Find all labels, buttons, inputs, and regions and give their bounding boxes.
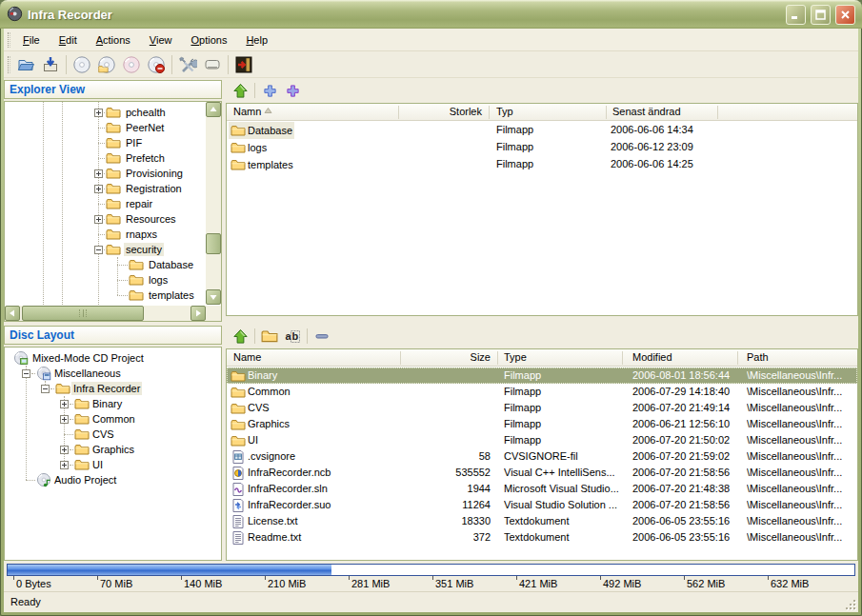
up-level-button[interactable] — [229, 327, 251, 346]
record-disc-button[interactable] — [70, 53, 94, 76]
collapse-icon[interactable] — [94, 246, 103, 254]
column-separator[interactable] — [400, 351, 401, 365]
expand-icon[interactable] — [94, 169, 103, 178]
explorer-item-templates[interactable]: templates — [5, 288, 206, 303]
disc-item-mixed-mode-cd-project[interactable]: Mixed-Mode CD Project — [5, 350, 221, 366]
open-project-button[interactable] — [13, 53, 38, 76]
disc-item-graphics[interactable]: Graphics — [5, 442, 221, 457]
expand-icon[interactable] — [94, 109, 103, 117]
column-separator[interactable] — [497, 351, 498, 365]
column-separator[interactable] — [398, 106, 399, 119]
disc-item-common[interactable]: Common — [5, 411, 221, 427]
device-button[interactable] — [200, 53, 225, 76]
tools-button[interactable] — [175, 53, 200, 76]
scroll-down-icon[interactable] — [206, 289, 221, 305]
explorer-hscroll-thumb[interactable] — [22, 306, 144, 321]
minimize-button[interactable] — [786, 5, 806, 25]
save-project-button[interactable] — [38, 53, 63, 76]
column-separator[interactable] — [622, 351, 623, 365]
resize-grip[interactable] — [843, 597, 855, 609]
menu-actions[interactable]: Actions — [87, 30, 140, 50]
expand-icon[interactable] — [60, 400, 69, 408]
file-row-infrarecorder-suo[interactable]: InfraRecorder.suo11264Visual Studio Solu… — [227, 497, 857, 513]
add-up-button[interactable] — [229, 81, 251, 100]
explorer-item-rnapxs[interactable]: rnapxs — [5, 227, 206, 242]
exit-button[interactable] — [231, 53, 256, 76]
file-row-common[interactable]: CommonFilmapp2006-07-29 14:18:40\Miscell… — [227, 384, 857, 400]
disc-item-audio-project[interactable]: Audio Project — [5, 472, 221, 487]
disc-item-ui[interactable]: UI — [5, 457, 221, 472]
file-row-binary[interactable]: BinaryFilmapp2006-08-01 18:56:44\Miscell… — [227, 368, 857, 384]
file-row-infrarecorder-ncb[interactable]: InfraRecorder.ncb535552Visual C++ Intell… — [227, 465, 857, 481]
explorer-item-registration[interactable]: Registration — [5, 181, 206, 196]
menubar-grip[interactable] — [8, 32, 10, 48]
explorer-item-peernet[interactable]: PeerNet — [5, 120, 206, 135]
maximize-button[interactable] — [811, 5, 831, 25]
scroll-up-icon[interactable] — [206, 102, 221, 117]
file-row-graphics[interactable]: GraphicsFilmapp2006-06-21 12:56:10\Misce… — [227, 416, 857, 432]
erase-disc-button[interactable] — [144, 53, 169, 76]
toolbar-grip[interactable] — [8, 56, 10, 73]
disc-item-miscellaneous[interactable]: Miscellaneous — [5, 366, 221, 381]
copy-disc-button[interactable] — [119, 53, 144, 76]
menu-edit[interactable]: Edit — [50, 30, 87, 50]
explorer-item-resources[interactable]: Resources — [5, 211, 206, 227]
expand-icon[interactable] — [94, 185, 103, 193]
menu-options[interactable]: Options — [181, 30, 236, 50]
collapse-icon[interactable] — [41, 385, 50, 393]
file-row-license-txt[interactable]: License.txt18330Textdokument2006-06-05 2… — [227, 513, 857, 529]
column-header-name[interactable]: Name — [233, 349, 376, 367]
new-folder-button[interactable] — [258, 327, 281, 346]
explorer-item-pchealth[interactable]: pchealth — [5, 105, 206, 120]
disc-item-binary[interactable]: Binary — [5, 396, 221, 411]
explorer-vscroll-thumb[interactable] — [206, 233, 221, 254]
titlebar[interactable]: Infra Recorder — [0, 0, 862, 29]
menu-file[interactable]: File — [13, 30, 50, 50]
explorer-item-security[interactable]: security — [5, 242, 206, 257]
file-row-logs[interactable]: logsFilmapp2006-06-12 23:09 — [227, 139, 857, 156]
add-special-button[interactable] — [281, 81, 304, 100]
column-separator[interactable] — [717, 106, 718, 119]
column-header-size[interactable]: Size — [400, 349, 491, 367]
file-row-ui[interactable]: UIFilmapp2006-07-20 21:50:02\Miscellaneo… — [227, 432, 857, 448]
column-header-typ[interactable]: Typ — [496, 104, 601, 121]
column-header-senast-ndrad[interactable]: Senast ändrad — [612, 104, 713, 121]
scroll-left-icon[interactable] — [5, 306, 20, 321]
file-row-infrarecorder-sln[interactable]: InfraRecorder.sln1944Microsoft Visual St… — [227, 481, 857, 497]
disc-item-infra-recorder[interactable]: Infra Recorder — [5, 381, 221, 396]
column-header-namn[interactable]: Namn — [233, 104, 376, 121]
menu-view[interactable]: View — [140, 30, 182, 50]
file-row-cvs[interactable]: CVSFilmapp2006-07-20 21:49:14\Miscellane… — [227, 400, 857, 416]
column-separator[interactable] — [489, 106, 490, 119]
expand-icon[interactable] — [60, 415, 69, 424]
file-row-templates[interactable]: templatesFilmapp2006-06-06 14:25 — [227, 156, 857, 173]
expand-icon[interactable] — [60, 461, 69, 469]
column-header-type[interactable]: Type — [504, 349, 618, 367]
column-separator[interactable] — [737, 351, 738, 365]
column-header-storlek[interactable]: Storlek — [398, 104, 482, 121]
file-row--cvsignore[interactable]: .cvsignore58CVSIGNORE-fil2006-07-20 21:5… — [227, 448, 857, 465]
explorer-item-logs[interactable]: logs — [5, 272, 206, 288]
menu-help[interactable]: Help — [236, 30, 277, 50]
remove-button[interactable] — [311, 327, 333, 346]
scroll-right-icon[interactable] — [190, 306, 206, 321]
add-button[interactable] — [258, 81, 281, 100]
column-header-modified[interactable]: Modified — [632, 349, 733, 367]
expand-icon[interactable] — [60, 446, 69, 454]
explorer-vscrollbar[interactable] — [206, 102, 221, 305]
file-row-readme-txt[interactable]: Readme.txt372Textdokument2006-06-05 23:5… — [227, 529, 857, 546]
column-header-path[interactable]: Path — [747, 349, 855, 367]
expand-icon[interactable] — [94, 215, 103, 224]
collapse-icon[interactable] — [22, 369, 30, 378]
burn-compilation-button[interactable] — [94, 53, 119, 76]
explorer-item-provisioning[interactable]: Provisioning — [5, 166, 206, 181]
close-button[interactable] — [835, 5, 855, 25]
column-separator[interactable] — [606, 106, 607, 119]
disc-item-cvs[interactable]: CVS — [5, 427, 221, 442]
explorer-item-prefetch[interactable]: Prefetch — [5, 150, 206, 166]
explorer-item-database[interactable]: Database — [5, 257, 206, 272]
explorer-item-pif[interactable]: PIF — [5, 135, 206, 150]
rename-button[interactable]: ab — [281, 327, 304, 346]
explorer-item-repair[interactable]: repair — [5, 196, 206, 211]
file-row-database[interactable]: DatabaseFilmapp2006-06-06 14:34 — [227, 122, 857, 139]
